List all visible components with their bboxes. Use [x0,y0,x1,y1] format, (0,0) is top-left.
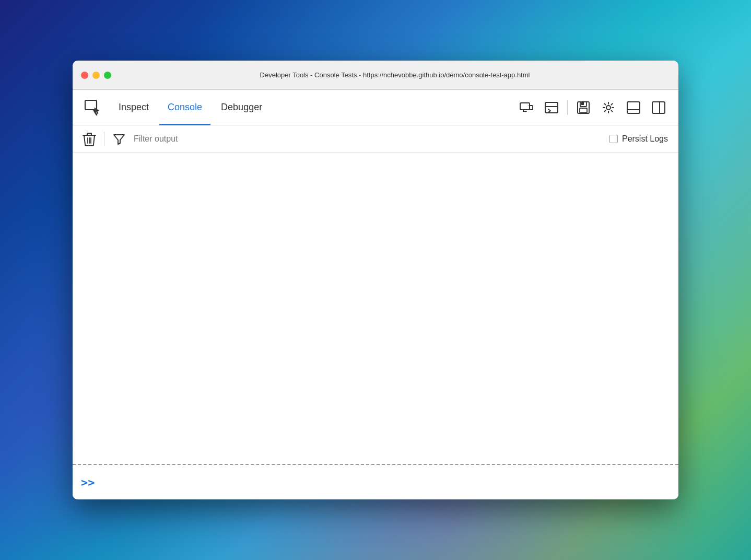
tab-debugger[interactable]: Debugger [213,96,271,119]
svg-rect-9 [627,102,640,113]
svg-rect-10 [652,102,665,113]
console-panel-button[interactable] [540,96,563,119]
dock-side-button[interactable] [647,96,670,119]
console-toolbar-divider [104,132,104,146]
svg-rect-7 [581,102,584,105]
maximize-button[interactable] [104,72,111,79]
devtools-window: Developer Tools - Console Tests - https:… [73,61,678,499]
tab-bar: Inspect Console Debugger [73,90,678,125]
tab-console[interactable]: Console [159,96,210,119]
svg-point-8 [606,106,611,110]
clear-console-button[interactable] [79,129,100,149]
filter-input-wrapper [134,134,605,144]
tab-inspect[interactable]: Inspect [110,96,157,119]
console-output[interactable] [73,153,678,464]
console-input-area: >> [73,464,678,499]
dock-bottom-button[interactable] [622,96,645,119]
persist-logs-label: Persist Logs [622,134,668,144]
toolbar-icons [515,96,670,119]
save-button[interactable] [572,96,595,119]
svg-rect-3 [545,102,558,113]
window-controls [81,72,111,79]
filter-input[interactable] [134,134,605,144]
svg-rect-6 [580,108,587,113]
console-input[interactable] [101,477,671,487]
toolbar-divider-1 [567,100,568,115]
console-prompt: >> [81,476,95,489]
inspector-tool-icon[interactable] [81,96,104,119]
console-toolbar: Persist Logs [73,125,678,153]
filter-button[interactable] [109,129,130,149]
window-title: Developer Tools - Console Tests - https:… [120,71,670,79]
svg-rect-1 [520,103,530,110]
title-bar: Developer Tools - Console Tests - https:… [73,61,678,90]
close-button[interactable] [81,72,88,79]
persist-logs-wrapper: Persist Logs [609,134,668,144]
minimize-button[interactable] [92,72,100,79]
settings-button[interactable] [597,96,620,119]
responsive-design-button[interactable] [515,96,538,119]
persist-logs-checkbox[interactable] [609,135,618,143]
